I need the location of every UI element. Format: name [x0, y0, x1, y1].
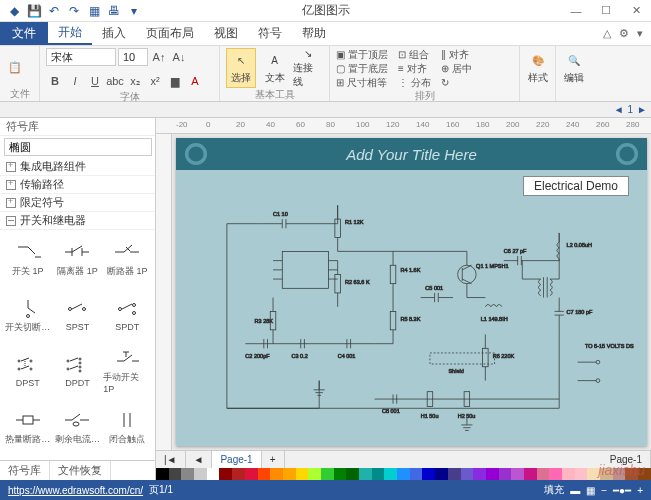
sidebar-tab-recovery[interactable]: 文件恢复: [50, 461, 111, 480]
color-swatch[interactable]: [181, 468, 194, 480]
color-swatch[interactable]: [613, 468, 626, 480]
color-swatch[interactable]: [156, 468, 169, 480]
fill-swatch[interactable]: ▬: [570, 485, 580, 496]
shape-item[interactable]: 隔离器 1P: [54, 234, 102, 282]
group-button[interactable]: ⊡ 组合: [398, 48, 431, 61]
color-swatch[interactable]: [283, 468, 296, 480]
dropdown-icon[interactable]: ▾: [126, 3, 142, 19]
color-swatch[interactable]: [169, 468, 182, 480]
connector-tool[interactable]: ↘连接线: [293, 48, 323, 88]
color-swatch[interactable]: [499, 468, 512, 480]
undo-icon[interactable]: ↶: [46, 3, 62, 19]
text-tool[interactable]: A文本: [260, 48, 290, 88]
color-swatch[interactable]: [562, 468, 575, 480]
select-tool[interactable]: ↖选择: [226, 48, 256, 88]
file-tab[interactable]: 文件: [0, 22, 48, 45]
lib-item-switch[interactable]: 开关和继电器: [0, 212, 155, 230]
color-swatch[interactable]: [638, 468, 651, 480]
color-swatch[interactable]: [346, 468, 359, 480]
circuit-diagram[interactable]: C1 10 R1 12K R2 63.6 K: [186, 196, 637, 436]
shape-item[interactable]: 热量断路…: [4, 402, 52, 450]
same-size-button[interactable]: ⊞ 尺寸相等: [336, 76, 388, 89]
superscript-button[interactable]: x²: [146, 72, 164, 90]
color-swatch[interactable]: [308, 468, 321, 480]
maximize-button[interactable]: ☐: [591, 0, 621, 22]
color-swatch[interactable]: [321, 468, 334, 480]
paste-icon[interactable]: 📋: [6, 59, 24, 77]
italic-button[interactable]: I: [66, 72, 84, 90]
color-swatch[interactable]: [486, 468, 499, 480]
color-swatch[interactable]: [435, 468, 448, 480]
send-back-button[interactable]: ▢ 置于底层: [336, 62, 388, 75]
subscript-button[interactable]: x₂: [126, 72, 144, 90]
color-swatch[interactable]: [397, 468, 410, 480]
color-swatch[interactable]: [410, 468, 423, 480]
page-tab-2[interactable]: Page-1: [602, 451, 651, 468]
center-button[interactable]: ⊕ 居中: [441, 62, 472, 75]
color-swatch[interactable]: [258, 468, 271, 480]
color-swatch[interactable]: [473, 468, 486, 480]
shape-item[interactable]: DPST: [4, 346, 52, 394]
lib-item-ic[interactable]: 集成电路组件: [0, 158, 155, 176]
page-title[interactable]: Add Your Title Here: [346, 146, 477, 163]
print-icon[interactable]: 🖶: [106, 3, 122, 19]
search-input[interactable]: [4, 138, 152, 156]
settings-icon[interactable]: ⚙: [619, 27, 629, 40]
redo-icon[interactable]: ↷: [66, 3, 82, 19]
color-swatch[interactable]: [359, 468, 372, 480]
shape-item[interactable]: 闭合触点: [103, 402, 151, 450]
color-swatch[interactable]: [384, 468, 397, 480]
rotate-button[interactable]: ↻: [441, 76, 472, 89]
color-swatch[interactable]: [461, 468, 474, 480]
tab-home[interactable]: 开始: [48, 22, 92, 45]
bring-front-button[interactable]: ▣ 置于顶层: [336, 48, 388, 61]
color-swatch[interactable]: [537, 468, 550, 480]
color-swatch[interactable]: [448, 468, 461, 480]
color-swatch[interactable]: [194, 468, 207, 480]
shape-item[interactable]: SPDT: [103, 290, 151, 338]
lib-item-transmission[interactable]: 传输路径: [0, 176, 155, 194]
save-icon[interactable]: 💾: [26, 3, 42, 19]
color-swatch[interactable]: [625, 468, 638, 480]
page-nav-first[interactable]: |◄: [156, 451, 186, 468]
color-swatch[interactable]: [245, 468, 258, 480]
page[interactable]: Add Your Title Here Electrical Demo C1: [176, 138, 647, 446]
font-grow-icon[interactable]: A↑: [150, 48, 168, 66]
tab-layout[interactable]: 页面布局: [136, 22, 204, 45]
shape-item[interactable]: 开关切断…: [4, 290, 52, 338]
style-button[interactable]: 🎨样式: [526, 48, 549, 88]
dropdown-icon[interactable]: ▾: [637, 27, 643, 40]
edit-button[interactable]: 🔍编辑: [562, 48, 586, 88]
preview-icon[interactable]: ▦: [86, 3, 102, 19]
tab-help[interactable]: 帮助: [292, 22, 336, 45]
view-mode-icon[interactable]: ▦: [586, 485, 595, 496]
color-swatch[interactable]: [575, 468, 588, 480]
underline-button[interactable]: U: [86, 72, 104, 90]
color-swatch[interactable]: [422, 468, 435, 480]
strike-button[interactable]: abc: [106, 72, 124, 90]
shape-item[interactable]: 剩余电流…: [54, 402, 102, 450]
color-swatch[interactable]: [600, 468, 613, 480]
zoom-slider[interactable]: ━●━: [613, 485, 631, 496]
shape-item[interactable]: 开关 1P: [4, 234, 52, 282]
close-button[interactable]: ✕: [621, 0, 651, 22]
zoom-out-icon[interactable]: −: [601, 485, 607, 496]
bold-button[interactable]: B: [46, 72, 64, 90]
scroll-right-icon[interactable]: ►: [637, 104, 647, 115]
color-swatch[interactable]: [334, 468, 347, 480]
color-swatch[interactable]: [219, 468, 232, 480]
scroll-left-icon[interactable]: ◄: [614, 104, 624, 115]
distribute-button[interactable]: ⋮ 分布: [398, 76, 431, 89]
shape-item[interactable]: 手动开关 1P: [103, 346, 151, 394]
canvas[interactable]: Add Your Title Here Electrical Demo C1: [172, 134, 651, 450]
zoom-in-icon[interactable]: +: [637, 485, 643, 496]
shape-item[interactable]: 断路器 1P: [103, 234, 151, 282]
page-add[interactable]: +: [262, 451, 285, 468]
align-button[interactable]: ≡ 对齐: [398, 62, 431, 75]
color-swatch[interactable]: [587, 468, 600, 480]
tab-insert[interactable]: 插入: [92, 22, 136, 45]
color-swatch[interactable]: [270, 468, 283, 480]
font-shrink-icon[interactable]: A↓: [170, 48, 188, 66]
page-tab[interactable]: Page-1: [212, 451, 261, 468]
font-name-select[interactable]: 宋体: [46, 48, 116, 66]
